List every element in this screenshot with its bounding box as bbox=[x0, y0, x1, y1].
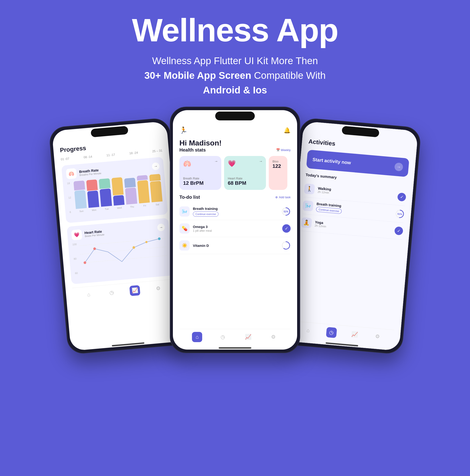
heart-rate-card: 💗 Heart Rate Beats Per Minute → 100 80 bbox=[67, 218, 173, 284]
bar-group-sun: Sun bbox=[73, 180, 87, 213]
breath-rate-card-center[interactable]: → 🫁 Breath Rate 12 BrPM bbox=[179, 156, 221, 190]
start-activity-label: Start activity now bbox=[312, 157, 351, 165]
activities-screen: Activities Start activity now → Today's … bbox=[285, 121, 418, 351]
calendar-icon: 📅 bbox=[276, 148, 280, 152]
add-icon: ⊕ bbox=[275, 195, 278, 199]
todo-omega: 💊 Omega 3 1 pill after meal ✓ bbox=[179, 220, 291, 237]
left-screen: Progress 01 -07 08 -14 11 -17 18 -24 25 … bbox=[52, 121, 185, 351]
heart-card-label: Heart Rate bbox=[228, 177, 262, 180]
line-chart-svg bbox=[79, 235, 168, 274]
subtitle-bold2: Android & Ios bbox=[203, 85, 267, 96]
bar-chart-area: Sun Mon Tu bbox=[73, 174, 163, 219]
nav-timer-active[interactable]: ◷ bbox=[326, 327, 337, 338]
todo-title: To-do list bbox=[179, 195, 200, 200]
center-notch bbox=[215, 112, 255, 120]
nav-chart-center[interactable]: 📈 bbox=[243, 332, 253, 342]
todo-breath-icon: 🌬️ bbox=[179, 206, 190, 217]
breath-act-ring: 51% bbox=[395, 209, 405, 219]
add-task-label: Add task bbox=[279, 195, 291, 199]
yoga-content: Yoga 2h 12min bbox=[315, 220, 392, 234]
todo-omega-icon: 💊 bbox=[179, 223, 190, 234]
bar-group-sat: Sat bbox=[149, 174, 163, 206]
nav-settings-right[interactable]: ⚙ bbox=[373, 331, 382, 341]
center-screen: 🏃 🔔 Hi Madison! Health stats 📅 Weekly → … bbox=[173, 110, 297, 350]
nav-timer-center[interactable]: ◷ bbox=[218, 332, 228, 342]
breath-card-icon: 🫁 bbox=[183, 160, 217, 167]
todo-breath-name: Breath training bbox=[193, 207, 278, 211]
subtitle: Wellness App Flutter UI Kit More Then 30… bbox=[132, 53, 338, 97]
health-stats-header: Health stats 📅 Weekly bbox=[179, 147, 291, 153]
home-screen: 🏃 🔔 Hi Madison! Health stats 📅 Weekly → … bbox=[173, 110, 297, 350]
blood-value: 122 bbox=[272, 163, 284, 169]
breath-progress-ring: 51% bbox=[281, 207, 291, 216]
nav-home[interactable]: ⌂ bbox=[84, 289, 94, 300]
heart-line-chart: 100 80 60 bbox=[79, 235, 169, 280]
subtitle-bold1: 30+ Mobile App Screen bbox=[144, 70, 251, 81]
svg-line-0 bbox=[79, 238, 166, 246]
bar-group-fri: Fri bbox=[137, 175, 150, 207]
nav-timer[interactable]: ◷ bbox=[107, 288, 117, 298]
yoga-icon: 🧘 bbox=[301, 217, 312, 228]
page-header: Wellness App Wellness App Flutter UI Kit… bbox=[132, 0, 338, 97]
todo-breath-content: Breath training Continue exercise bbox=[193, 207, 278, 217]
svg-point-7 bbox=[158, 237, 161, 240]
nav-home-active[interactable]: ⌂ bbox=[192, 332, 202, 342]
heart-card-arrow: → bbox=[259, 159, 263, 163]
todo-omega-sub: 1 pill after meal bbox=[193, 229, 279, 232]
heart-card-value: 68 BPM bbox=[228, 180, 262, 186]
health-stats-title: Health stats bbox=[179, 147, 206, 153]
card-arrow: → bbox=[214, 159, 218, 163]
home-header: 🏃 🔔 bbox=[179, 126, 291, 134]
todo-vitamin-icon: ☀️ bbox=[179, 240, 190, 251]
progress-screen: Progress 01 -07 08 -14 11 -17 18 -24 25 … bbox=[52, 121, 182, 309]
todo-header: To-do list ⊕ Add task bbox=[179, 195, 291, 200]
walking-icon: 🚶 bbox=[304, 183, 315, 195]
nav-chart-right[interactable]: 📈 bbox=[350, 330, 360, 340]
weekly-label: Weekly bbox=[281, 148, 291, 152]
start-activity-btn[interactable]: Start activity now → bbox=[306, 150, 409, 177]
runner-icon: 🏃 bbox=[179, 126, 188, 134]
right-phone: Activities Start activity now → Today's … bbox=[281, 117, 421, 355]
breath-arrow[interactable]: → bbox=[152, 162, 160, 170]
breath-card-label: Breath Rate bbox=[183, 177, 217, 180]
svg-line-1 bbox=[80, 247, 167, 255]
right-screen: Activities Start activity now → Today's … bbox=[285, 121, 418, 351]
breath-rate-card: 🫁 Breath Rate Breaths Per Minute → 18 bbox=[61, 157, 168, 223]
nav-settings-center[interactable]: ⚙ bbox=[269, 332, 278, 342]
left-phone: Progress 01 -07 08 -14 11 -17 18 -24 25 … bbox=[48, 117, 189, 355]
bell-icon[interactable]: 🔔 bbox=[284, 127, 291, 134]
heart-rate-card-center[interactable]: → 💗 Heart Rate 68 BPM bbox=[224, 156, 266, 190]
continue-exercise-btn[interactable]: Continue exercise bbox=[193, 211, 218, 217]
right-bottom-nav: ⌂ ◷ 📈 ⚙ bbox=[291, 321, 394, 346]
todo-breath: 🌬️ Breath training Continue exercise 51% bbox=[179, 203, 291, 220]
heart-arrow[interactable]: → bbox=[157, 223, 165, 232]
main-title: Wellness App bbox=[132, 14, 338, 47]
nav-home-right[interactable]: ⌂ bbox=[303, 325, 313, 335]
phones-container: Progress 01 -07 08 -14 11 -17 18 -24 25 … bbox=[0, 111, 470, 358]
todo-vitamin-name: Vitamin D bbox=[193, 244, 278, 248]
start-activity-arrow-icon: → bbox=[394, 162, 403, 171]
todo-omega-name: Omega 3 bbox=[193, 225, 279, 229]
y-labels: 18 12 6 bbox=[67, 182, 72, 214]
greeting: Hi Madison! bbox=[179, 139, 291, 147]
walking-content: Walking 2h 12min bbox=[318, 186, 395, 200]
breath-act-content: Breath training Continue exercise bbox=[316, 202, 393, 218]
bar-group-tue: Tue bbox=[99, 178, 112, 211]
breath-act-icon: 🌬️ bbox=[303, 200, 314, 211]
nav-settings[interactable]: ⚙ bbox=[153, 284, 163, 293]
continue-breath-btn[interactable]: Continue exercise bbox=[316, 206, 342, 214]
health-cards: → 🫁 Breath Rate 12 BrPM → 💗 Heart Rate 6… bbox=[179, 156, 291, 190]
breath-card-value: 12 BrPM bbox=[183, 180, 217, 186]
bar-group-thu: Thu bbox=[124, 176, 138, 208]
subtitle-line1: Wellness App Flutter UI Kit More Then bbox=[152, 55, 318, 66]
add-task-btn[interactable]: ⊕ Add task bbox=[275, 195, 291, 199]
todo-omega-content: Omega 3 1 pill after meal bbox=[193, 225, 279, 232]
nav-chart-active[interactable]: 📈 bbox=[129, 285, 141, 296]
walking-check: ✓ bbox=[397, 192, 406, 202]
breath-icon: 🫁 bbox=[66, 168, 77, 179]
vitamin-ring bbox=[281, 241, 291, 250]
svg-point-6 bbox=[145, 241, 147, 243]
blood-card[interactable]: Bloo 122 bbox=[269, 156, 287, 190]
heart-card-icon: 💗 bbox=[228, 160, 262, 167]
weekly-btn[interactable]: 📅 Weekly bbox=[276, 148, 291, 152]
